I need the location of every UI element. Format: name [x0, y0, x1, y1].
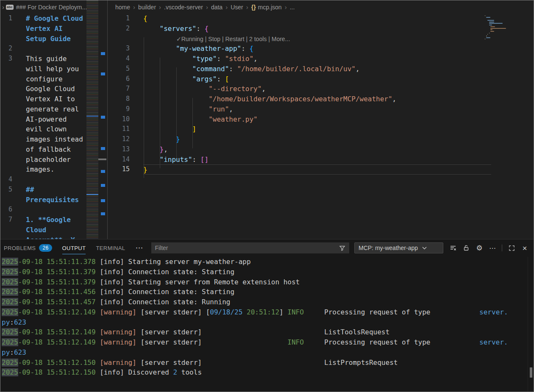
ruler-marker — [101, 147, 105, 150]
code-line: 4 — [0, 175, 85, 185]
line-content: Prerequisites — [26, 195, 85, 205]
code-line: 10 "weather.py" — [108, 114, 534, 125]
code-line: 12 } — [108, 134, 534, 145]
line-content: "type": "stdio", — [143, 54, 534, 64]
tab-output-label: OUTPUT — [62, 245, 86, 251]
log-line: 2025-09-18 15:51:11.379 [info] Connectio… — [2, 267, 528, 277]
minimap-line — [490, 28, 506, 29]
log-line: 2025-09-18 15:51:11.379 [info] Starting … — [2, 277, 528, 287]
code-line: Setup Guide — [0, 34, 85, 44]
breadcrumb-item[interactable]: home — [115, 4, 130, 11]
line-number — [0, 145, 12, 155]
scrollbar-thumb[interactable] — [530, 367, 532, 378]
code-line: will help you — [0, 64, 85, 74]
breadcrumb-item[interactable]: builder — [138, 4, 156, 11]
settings-gear-icon[interactable]: ⚙ — [475, 243, 484, 253]
tab-problems[interactable]: PROBLEMS 26 — [4, 239, 52, 256]
line-number: 5 — [0, 185, 12, 195]
chevron-right-icon: › — [246, 3, 248, 11]
line-number — [0, 74, 12, 84]
breadcrumb-symbol[interactable]: ### For Docker Deploym... — [16, 4, 87, 11]
ruler-marker — [101, 72, 105, 75]
line-content: Cloud — [26, 225, 85, 235]
line-content: of fallback — [26, 145, 85, 155]
line-content: Vertex AI — [26, 24, 85, 34]
close-panel-icon[interactable]: × — [520, 243, 529, 253]
line-content: "/home/builder/Workspaces/weatherMCP/wea… — [143, 94, 534, 104]
indent-guide — [160, 58, 160, 168]
code-line: AI-powered — [0, 114, 85, 125]
code-line: 8 "/home/builder/Workspaces/weatherMCP/w… — [108, 94, 534, 104]
output-channel-dropdown[interactable]: MCP: my-weather-app — [354, 242, 443, 253]
breadcrumb-item[interactable]: .vscode-server — [164, 4, 203, 11]
symbol-text-icon: abc — [6, 5, 14, 10]
overview-ruler[interactable] — [98, 0, 107, 239]
filter-input[interactable] — [155, 245, 337, 251]
line-number: 15 — [108, 164, 130, 175]
chevron-right-icon: › — [206, 3, 208, 11]
filter-icon[interactable] — [337, 243, 347, 253]
editor-markdown[interactable]: › abc ### For Docker Deploym... 1# Googl… — [0, 0, 108, 239]
markdown-code-area[interactable]: 1# Google CloudVertex AISetup Guide23Thi… — [0, 14, 85, 239]
code-line: 14 "inputs": [] — [108, 155, 534, 165]
chevron-right-icon[interactable]: › — [2, 3, 4, 11]
line-content: AI-powered — [26, 114, 85, 125]
line-content: "run", — [143, 104, 534, 114]
line-number: 6 — [108, 74, 130, 84]
line-number: 1 — [108, 14, 130, 24]
output-log[interactable]: 2025-09-18 15:51:11.378 [info] Starting … — [2, 257, 528, 392]
minimap-left[interactable] — [86, 0, 98, 239]
minimap[interactable] — [485, 15, 517, 40]
minimap-line — [486, 36, 487, 36]
json-code-area[interactable]: 1{2 "servers": {✓Running | Stop | Restar… — [108, 14, 534, 175]
code-line: 7 "--directory", — [108, 84, 534, 94]
breadcrumb-item[interactable]: data — [211, 4, 222, 11]
line-number: 2 — [0, 44, 12, 54]
ruler-marker — [101, 184, 105, 187]
minimap-line — [487, 34, 488, 35]
code-line: placeholder — [0, 155, 85, 165]
line-content: ## — [26, 185, 85, 195]
line-number: 10 — [108, 114, 130, 125]
breadcrumb-item[interactable]: ... — [290, 4, 295, 11]
code-line: generate real — [0, 104, 85, 114]
log-line: py:623 — [2, 317, 528, 328]
breadcrumb-item[interactable]: mcp.json — [258, 4, 282, 11]
editor-group: › abc ### For Docker Deploym... 1# Googl… — [0, 0, 534, 239]
line-content: Setup Guide — [26, 34, 85, 44]
line-number: 6 — [0, 205, 12, 215]
scrollbar-position-indicator[interactable] — [98, 158, 106, 160]
log-line: py:623 — [2, 348, 528, 358]
indent-guide — [176, 67, 177, 158]
unlock-icon[interactable] — [462, 243, 471, 253]
output-channel-label: MCP: my-weather-app — [359, 245, 418, 251]
log-line: 2025-09-18 15:51:11.456 [info] Connectio… — [2, 287, 528, 297]
code-line: Account**: Y — [0, 235, 85, 239]
minimap-line — [489, 23, 503, 24]
code-line: 2 "servers": { — [108, 24, 534, 34]
maximize-panel-icon[interactable] — [507, 243, 516, 253]
more-tabs-icon[interactable]: ⋯ — [135, 243, 143, 253]
line-number: 4 — [0, 175, 12, 185]
log-line: 2025-09-18 15:51:12.149 [warning] [serve… — [2, 307, 528, 317]
line-number — [0, 155, 12, 165]
line-content: placeholder — [26, 155, 85, 165]
more-actions-icon[interactable]: ⋯ — [488, 243, 497, 253]
line-number — [0, 104, 12, 114]
line-content: This guide — [26, 54, 85, 64]
breadcrumb-item[interactable]: User — [231, 4, 243, 11]
problems-count-badge: 26 — [39, 244, 52, 252]
minimap-line — [489, 22, 495, 22]
tab-problems-label: PROBLEMS — [4, 245, 36, 251]
line-content: 1. **Google — [26, 215, 85, 225]
minimap-line — [485, 39, 485, 39]
tab-output[interactable]: OUTPUT — [62, 239, 86, 256]
editor-json[interactable]: home›builder›.vscode-server›data›User›{}… — [108, 0, 534, 239]
tab-terminal[interactable]: TERMINAL — [96, 239, 125, 256]
line-content: "args": [ — [143, 74, 534, 84]
codelens-actions[interactable]: ✓Running | Stop | Restart | 2 tools | Mo… — [143, 36, 290, 42]
minimap-line — [490, 26, 495, 27]
clear-output-icon[interactable] — [448, 243, 458, 253]
line-number: 7 — [108, 84, 130, 94]
line-content: "weather.py" — [143, 114, 534, 125]
